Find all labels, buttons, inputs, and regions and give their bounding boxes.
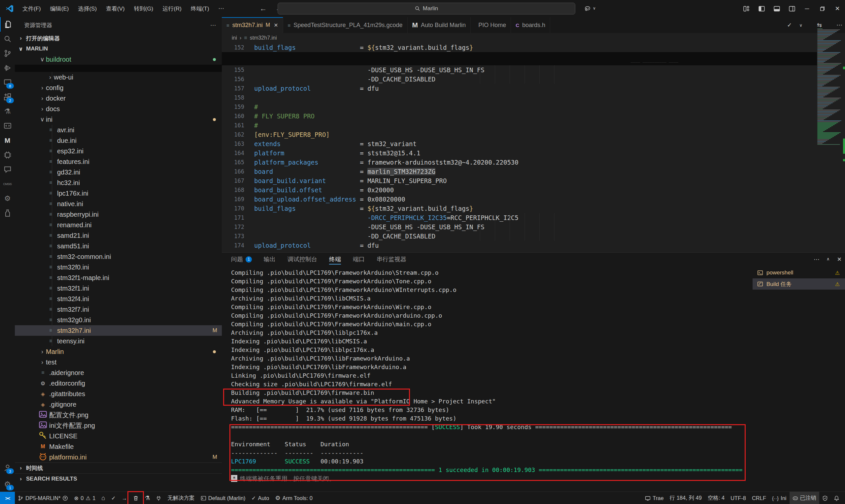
editor-tab[interactable]: M Auto Build Marlin xyxy=(408,17,471,33)
status-item[interactable]: ⚗ xyxy=(142,492,153,504)
panel-tab[interactable]: 问题1 xyxy=(231,253,252,266)
activity-chip-icon[interactable] xyxy=(0,148,15,162)
menu-item[interactable]: 编辑(E) xyxy=(46,4,73,14)
menu-item[interactable]: ⋯ xyxy=(214,4,228,14)
code-editor[interactable]: 152build_flags = ${stm32_variant.build_f… xyxy=(222,43,817,252)
more-icon[interactable]: ⋯ xyxy=(837,21,842,29)
minimize-button[interactable]: ─ xyxy=(799,0,815,17)
tree-item[interactable]: ≡samd51.ini xyxy=(15,241,222,251)
status-item-18449[interactable]: 行 184, 列 49 xyxy=(667,492,705,504)
close-icon[interactable]: ✕ xyxy=(837,256,842,263)
tree-item[interactable]: ≡stm32-common.ini xyxy=(15,251,222,262)
tree-item[interactable]: ≡renamed.ini xyxy=(15,220,222,230)
status-item-trae[interactable]: Trae xyxy=(642,492,666,504)
editor-tab[interactable]: ≡ SpeedTestStructure_PLA_41m29s.gcode xyxy=(283,17,408,33)
activity-source-control-icon[interactable] xyxy=(0,46,15,61)
activity-search-icon[interactable] xyxy=(0,32,15,46)
tree-item[interactable]: MMakefile xyxy=(15,441,222,452)
panel-tab[interactable]: 输出 xyxy=(264,253,276,266)
status-item[interactable] xyxy=(130,492,142,504)
tree-item[interactable]: platformio.iniM xyxy=(15,452,222,463)
more-actions-icon[interactable]: ⋯ xyxy=(210,22,216,29)
tree-item[interactable]: ⚙.editorconfig xyxy=(15,378,222,389)
status-item[interactable]: ⌂ xyxy=(99,492,108,504)
tree-item[interactable]: LICENSE xyxy=(15,431,222,441)
tree-item[interactable]: ≡raspberrypi.ini xyxy=(15,209,222,220)
activity-account-icon[interactable]: 3 xyxy=(0,461,15,475)
tree-item[interactable]: ◈.gitignore xyxy=(15,399,222,410)
tree-item[interactable]: ›web-ui xyxy=(15,72,222,83)
tree-item[interactable]: ›config xyxy=(15,83,222,93)
activity-live-preview-icon[interactable] xyxy=(0,119,15,133)
tree-item[interactable]: ini文件配置.png xyxy=(15,420,222,431)
tree-item[interactable]: ≡avr.ini xyxy=(15,125,222,135)
open-editors-section[interactable]: › 打开的编辑器 xyxy=(15,33,222,43)
sidebar-section[interactable]: ›SEARCH RESULTS xyxy=(15,473,222,484)
remote-indicator[interactable]: >< xyxy=(0,492,15,504)
copilot-menu[interactable]: ∨ xyxy=(581,3,599,13)
run-check-icon[interactable]: ✓ xyxy=(787,21,792,29)
tree-item[interactable]: ≡stm32f4.ini xyxy=(15,293,222,304)
tree-item[interactable]: ≡native.ini xyxy=(15,199,222,209)
tree-item[interactable]: ›docker xyxy=(15,93,222,104)
tree-item[interactable]: ≡esp32.ini xyxy=(15,146,222,156)
status-item-auto[interactable]: ✓Auto xyxy=(249,492,272,504)
tree-item[interactable]: ≡due.ini xyxy=(15,135,222,146)
menu-item[interactable]: 运行(R) xyxy=(158,4,186,14)
breadcrumb[interactable]: ini › ≡ stm32h7.ini xyxy=(232,33,277,43)
status-item-defaultmarlin[interactable]: Default (Marlin) xyxy=(198,492,249,504)
activity-chat-icon[interactable] xyxy=(0,162,15,177)
tree-item[interactable]: ◈.gitattributes xyxy=(15,389,222,399)
activity-run-debug-icon[interactable] xyxy=(0,61,15,75)
tree-item[interactable]: ›docs xyxy=(15,104,222,114)
menu-item[interactable]: 选择(S) xyxy=(74,4,101,14)
sidebar-section[interactable]: ›时间线 xyxy=(15,463,222,473)
activity-files-icon[interactable] xyxy=(0,17,16,32)
status-item-utf8[interactable]: UTF-8 xyxy=(727,492,749,504)
nav-back-icon[interactable]: ← xyxy=(260,4,267,13)
restore-button[interactable] xyxy=(815,0,830,17)
terminal-list-item[interactable]: powershell⚠ xyxy=(753,267,845,278)
close-tab-icon[interactable]: ✕ xyxy=(274,22,278,29)
activity-test-flask-icon[interactable]: ⚗ xyxy=(0,104,15,119)
toggle-sidebar-icon[interactable] xyxy=(754,0,769,17)
status-item-crlf[interactable]: CRLF xyxy=(749,492,769,504)
status-item-4[interactable]: 空格: 4 xyxy=(705,492,727,504)
status-item[interactable] xyxy=(153,492,164,504)
tree-item[interactable]: ≡stm32f0.ini xyxy=(15,262,222,272)
activity-extensions-icon[interactable]: 2 xyxy=(0,90,15,104)
tree-item[interactable]: ∨ini xyxy=(15,114,222,125)
tree-item[interactable]: ≡stm32f1-maple.ini xyxy=(15,272,222,283)
status-item[interactable] xyxy=(831,492,842,504)
menu-item[interactable]: 终端(T) xyxy=(187,4,213,14)
status-item-ini[interactable]: {··}Ini xyxy=(769,492,789,504)
tree-item[interactable]: ≡stm32f7.ini xyxy=(15,304,222,315)
panel-tab[interactable]: 端口 xyxy=(353,253,365,266)
status-item-armtools0[interactable]: ⚙Arm Tools: 0 xyxy=(272,492,316,504)
close-button[interactable]: ✕ xyxy=(830,0,845,17)
status-item-[interactable]: 已注销 xyxy=(790,492,820,504)
status-item-dp5marlin[interactable]: DP5-MARLIN* xyxy=(15,492,71,504)
activity-cmsis-icon[interactable]: CMSIS xyxy=(0,177,15,191)
minimap[interactable] xyxy=(817,29,843,167)
more-icon[interactable]: ⋯ xyxy=(814,256,819,263)
tree-item[interactable]: ≡.aiderignore xyxy=(15,367,222,378)
panel-tab[interactable]: 终端 xyxy=(329,253,341,266)
status-item-[interactable]: 无解决方案 xyxy=(164,492,198,504)
tree-item[interactable]: ›test xyxy=(15,357,222,367)
chevron-up-icon[interactable]: ∨ xyxy=(827,257,830,262)
menu-item[interactable]: 转到(G) xyxy=(130,4,157,14)
tree-item[interactable]: ≡lpc176x.ini xyxy=(15,188,222,199)
workspace-root-section[interactable]: ∨ MARLIN xyxy=(15,43,222,54)
chevron-down-icon[interactable]: ∨ xyxy=(799,23,803,28)
tree-item[interactable]: ≡hc32.ini xyxy=(15,178,222,188)
activity-remote-explorer-icon[interactable]: 8 xyxy=(0,75,15,90)
breadcrumb-file[interactable]: stm32h7.ini xyxy=(250,35,277,41)
menu-item[interactable]: 文件(F) xyxy=(18,4,45,14)
status-item[interactable] xyxy=(819,492,831,504)
tree-item[interactable]: ≡stm32f1.ini xyxy=(15,283,222,293)
tree-item[interactable]: ≡stm32g0.ini xyxy=(15,315,222,325)
breadcrumb-folder[interactable]: ini xyxy=(232,35,237,41)
compare-icon[interactable]: ⇆ xyxy=(817,21,822,29)
status-item[interactable]: → xyxy=(119,492,130,504)
